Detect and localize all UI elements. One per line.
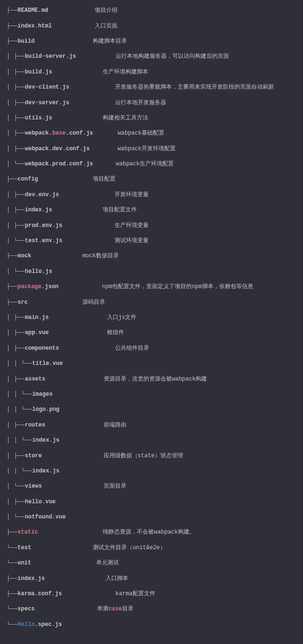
tree-line: │ ├── dev-client.js开发服务器热重载脚本，主要用来实现开发阶段… bbox=[7, 80, 296, 95]
file-description: 应用级数据（state）状态管理 bbox=[104, 453, 183, 459]
tree-line: │ └── notfound.vue bbox=[7, 509, 296, 525]
tree-branch: ├── bbox=[7, 8, 18, 13]
file-description: 开发环境变量 bbox=[115, 192, 149, 198]
file-description: 运行本地开发服务器 bbox=[115, 100, 166, 106]
tree-branch: ├── bbox=[7, 284, 18, 290]
file-description: 生产环境构建脚本 bbox=[103, 69, 148, 75]
desc-part: case bbox=[108, 606, 122, 612]
file-name: build-server.js bbox=[25, 54, 76, 59]
file-name: specs bbox=[18, 606, 35, 612]
tree-branch: ├── bbox=[7, 591, 18, 597]
tree-branch: │ ├── bbox=[7, 223, 25, 228]
name-part: src bbox=[18, 299, 28, 306]
file-name: dev-client.js bbox=[25, 84, 70, 90]
name-part: components bbox=[25, 345, 59, 352]
name-part: index.html bbox=[18, 23, 52, 29]
file-name: hello.vue bbox=[25, 499, 56, 505]
name-part: images bbox=[32, 391, 53, 398]
file-description: wabpack基础配置 bbox=[118, 130, 164, 136]
file-description: 资源目录，这里的资源会被wabpack构建 bbox=[104, 376, 207, 382]
name-part: prod.env.js bbox=[25, 222, 62, 229]
tree-line: ├── build构建脚本目录 bbox=[7, 34, 296, 49]
tree-line: │ │ └── logo.png bbox=[7, 402, 296, 417]
file-name: index.html bbox=[18, 23, 52, 29]
file-description: 运行本地构建服务器，可以访问构建后的页面 bbox=[116, 54, 229, 59]
tree-line: │ └── views页面目录 bbox=[7, 479, 296, 494]
file-description: npm包配置文件，里面定义了项目的npm脚本，依赖包等信息 bbox=[102, 284, 253, 290]
file-description: wabpack生产环境配置 bbox=[116, 161, 174, 167]
file-name: README.md bbox=[18, 8, 48, 13]
file-description: 入口脚本 bbox=[106, 576, 128, 581]
name-part: .conf.js bbox=[66, 130, 93, 136]
name-part: dev.env.js bbox=[25, 191, 59, 198]
tree-line: │ ├── app.vue根组件 bbox=[7, 325, 296, 340]
file-description: 入口页面 bbox=[95, 23, 117, 29]
tree-line: ├── index.html入口页面 bbox=[7, 18, 296, 33]
file-name: index.js bbox=[32, 468, 60, 474]
tree-line: │ ├── utils.js构建相关工具方法 bbox=[7, 110, 296, 126]
tree-branch: │ │ └── bbox=[7, 468, 32, 474]
file-name: utils.js bbox=[25, 115, 53, 121]
file-name: main.js bbox=[25, 315, 49, 320]
tree-line: ├── mockmock数据目录 bbox=[7, 248, 296, 263]
tree-line: │ ├── store应用级数据（state）状态管理 bbox=[7, 448, 296, 463]
tree-line: │ ├── hello.vue bbox=[7, 494, 296, 509]
tree-branch: ├── bbox=[7, 576, 18, 581]
tree-branch: │ ├── bbox=[7, 69, 25, 75]
file-description: 构建相关工具方法 bbox=[103, 115, 148, 121]
tree-branch: │ ├── bbox=[7, 315, 25, 320]
tree-branch: │ │ └── bbox=[7, 437, 32, 443]
file-name: webpack.base.conf.js bbox=[25, 130, 93, 136]
name-part: app.vue bbox=[25, 329, 49, 336]
tree-line: │ ├── build.js生产环境构建脚本 bbox=[7, 64, 296, 80]
tree-branch: │ ├── bbox=[7, 499, 25, 505]
file-name: index.js bbox=[18, 576, 45, 581]
file-name: src bbox=[18, 299, 28, 305]
tree-line: │ ├── index.js项目配置文件 bbox=[7, 202, 296, 218]
file-name: app.vue bbox=[25, 330, 49, 336]
name-part: index.js bbox=[25, 207, 53, 213]
tree-branch: │ ├── bbox=[7, 453, 25, 459]
file-name: webpack.dev.conf.js bbox=[25, 146, 90, 152]
file-name: title.vue bbox=[32, 361, 63, 366]
tree-line: │ ├── webpack.dev.conf.jswabpack开发环境配置 bbox=[7, 141, 296, 156]
tree-branch: │ └── bbox=[7, 483, 25, 489]
name-part: routes bbox=[25, 422, 45, 428]
name-part: Hello bbox=[18, 621, 35, 628]
file-name: index.js bbox=[25, 207, 53, 213]
tree-line: └── Hello.spec.js bbox=[7, 617, 296, 632]
name-part: README.md bbox=[18, 7, 48, 14]
tree-line: │ ├── components公共组件目录 bbox=[7, 341, 296, 356]
name-part: webpack. bbox=[25, 130, 53, 136]
name-part: test.env.js bbox=[25, 237, 62, 244]
name-part: base bbox=[52, 130, 66, 136]
tree-line: ├── static纯静态资源，不会被wabpack构建。 bbox=[7, 525, 296, 540]
tree-line: │ ├── build-server.js运行本地构建服务器，可以访问构建后的页… bbox=[7, 49, 296, 64]
tree-line: │ │ └── images bbox=[7, 387, 296, 402]
tree-branch: │ ├── bbox=[7, 376, 25, 382]
tree-line: ├── config项目配置 bbox=[7, 172, 296, 187]
tree-branch: ├── bbox=[7, 23, 18, 29]
tree-line: │ ├── webpack.base.conf.jswabpack基础配置 bbox=[7, 126, 296, 141]
file-name: assets bbox=[25, 376, 45, 382]
tree-branch: └── bbox=[7, 560, 18, 566]
file-name: webpack.prod.conf.js bbox=[25, 161, 93, 167]
tree-branch: │ │ └── bbox=[7, 361, 32, 366]
file-description: 项目介绍 bbox=[95, 8, 117, 13]
name-part: config bbox=[18, 176, 38, 182]
name-part: .json bbox=[42, 283, 59, 290]
tree-line: │ │ └── index.js bbox=[7, 433, 296, 448]
file-name: karma.conf.js bbox=[18, 591, 62, 597]
file-name: store bbox=[25, 453, 42, 459]
name-part: logo.png bbox=[32, 406, 60, 413]
tree-line: │ └── hello.js bbox=[7, 264, 296, 279]
name-part: index.js bbox=[32, 437, 60, 444]
tree-branch: │ ├── bbox=[7, 330, 25, 336]
tree-line: │ ├── dev-server.js运行本地开发服务器 bbox=[7, 95, 296, 110]
desc-part: 单测 bbox=[97, 606, 108, 612]
file-name: build.js bbox=[25, 69, 53, 75]
name-part: build.js bbox=[25, 69, 53, 75]
file-name: components bbox=[25, 345, 59, 351]
name-part: main.js bbox=[25, 314, 49, 321]
file-name: build bbox=[18, 38, 35, 44]
